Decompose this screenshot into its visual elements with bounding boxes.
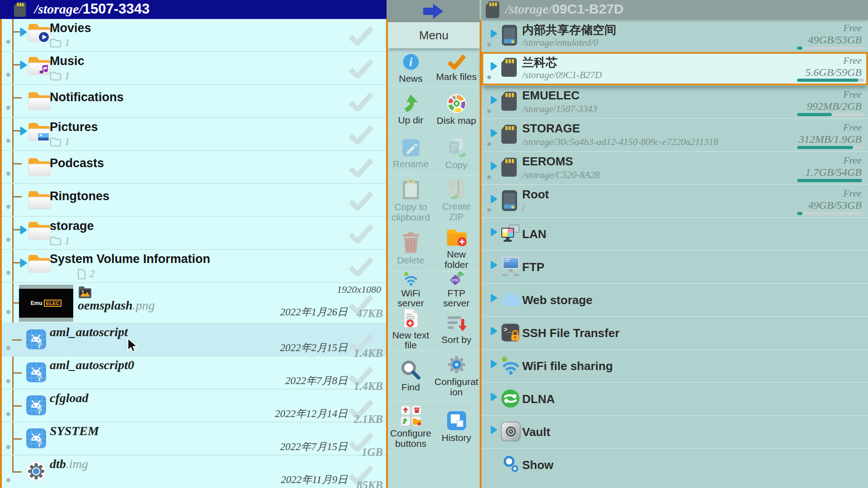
- checkmark-icon[interactable]: [348, 125, 374, 144]
- thumb-logo-badge: ELEC: [44, 300, 61, 307]
- tree-branch: [12, 405, 22, 407]
- file-row-aml-autoscript[interactable]: aml_autoscript 2022年2月15日 1.4KB: [0, 324, 387, 357]
- tree-dot: [6, 445, 10, 449]
- file-row-dtb[interactable]: dtb.img 2022年11月9日 85KB: [0, 455, 387, 488]
- checkmark-icon[interactable]: [348, 191, 374, 210]
- free-size: 49GB/53GB: [808, 199, 862, 211]
- storage-row-eeroms[interactable]: EEROMS /storage/C520-8A28 Free 1.7GB/54G…: [481, 151, 868, 184]
- tree-dot: [487, 109, 491, 113]
- folder-row-podcasts[interactable]: Podcasts: [0, 151, 387, 184]
- folder-row-storage[interactable]: storage 1: [0, 217, 387, 250]
- entry-row-wifi-file-sharing[interactable]: WiFi file sharing: [481, 349, 868, 382]
- checkmark-icon[interactable]: [348, 92, 374, 111]
- expand-arrow-icon[interactable]: [491, 393, 497, 401]
- pane-switch-bar[interactable]: [387, 0, 480, 22]
- right-pane-path-bar[interactable]: /storage/09C1-B27D: [481, 0, 868, 19]
- menu-item-news[interactable]: News: [388, 51, 434, 86]
- storage-name: STORAGE: [522, 122, 580, 136]
- up-dir-arrow-icon: [402, 94, 420, 113]
- expand-arrow-icon[interactable]: [491, 195, 497, 203]
- folder-row-pictures[interactable]: Pictures 1: [0, 118, 387, 151]
- right-path-name: 09C1-B27D: [552, 1, 623, 16]
- file-row-system[interactable]: SYSTEM 2022年7月15日 1GB: [0, 422, 387, 455]
- image-resolution: 868x488: [337, 284, 381, 296]
- menu-item-new-folder[interactable]: New folder: [434, 226, 479, 272]
- menu-item-history[interactable]: History: [434, 402, 479, 452]
- menu-item-copy-to-clipboard[interactable]: Copy to clipboard: [388, 175, 434, 226]
- folder-icon: [27, 220, 51, 241]
- menu-item-create-zip[interactable]: Create ZIP: [434, 175, 479, 226]
- entry-name: WiFi file sharing: [522, 359, 613, 373]
- folder-row-movies[interactable]: Movies 1: [0, 19, 387, 52]
- menu-item-new-text-file[interactable]: New text file: [388, 309, 434, 351]
- entry-row-ftp[interactable]: FTP: [481, 250, 868, 283]
- storage-row-lankexin-selected[interactable]: 兰科芯 /storage/09C1-B27D Free 5.6GB/59GB: [481, 52, 868, 85]
- menu-item-up-dir[interactable]: Up dir: [388, 86, 434, 133]
- storage-row-emuelec[interactable]: EMUELEC /storage/1507-3343 Free 992MB/2G…: [481, 85, 868, 118]
- folder-row-notifications[interactable]: Notifications: [0, 85, 387, 118]
- expand-arrow-icon[interactable]: [491, 261, 497, 269]
- menu-item-configure-buttons[interactable]: Configure buttons: [388, 402, 434, 452]
- mark-files-check-icon: [447, 54, 466, 70]
- right-pane: /storage/09C1-B27D 内部共享存储空间 /storage/emu…: [481, 0, 868, 488]
- expand-arrow-icon[interactable]: [20, 258, 27, 267]
- storage-path: /: [522, 202, 525, 214]
- mini-folder-icon: [50, 71, 61, 80]
- entry-row-lan[interactable]: LAN: [481, 217, 868, 250]
- expand-arrow-icon[interactable]: [491, 228, 497, 236]
- expand-arrow-icon[interactable]: [491, 294, 497, 302]
- folder-row-music[interactable]: Music 1: [0, 52, 387, 85]
- entry-name: SSH File Transfer: [522, 326, 619, 340]
- file-row-oemsplash[interactable]: EmuELEC oemsplash.png 868x488 2022年1月2…: [0, 283, 387, 324]
- entry-row-show[interactable]: Show: [481, 448, 868, 481]
- tree-dot: [487, 175, 491, 179]
- folder-row-system-volume-information[interactable]: System Volume Information 2: [0, 250, 387, 283]
- storage-row-internal-shared[interactable]: 内部共享存储空间 /storage/emulated/0 Free 49GB/5…: [481, 19, 868, 52]
- menu-item-sort-by[interactable]: Sort by: [434, 309, 479, 351]
- expand-arrow-icon[interactable]: [491, 162, 497, 170]
- entry-name: Vault: [522, 425, 550, 439]
- expand-arrow-icon[interactable]: [20, 28, 27, 37]
- checkmark-icon[interactable]: [348, 257, 374, 276]
- menu-item-ftp-server[interactable]: FTP server: [434, 272, 479, 309]
- storage-row-root[interactable]: Root / Free 49GB/53GB: [481, 184, 868, 217]
- menu-item-copy[interactable]: Copy: [434, 133, 479, 175]
- entry-row-ssh-file-transfer[interactable]: SSH File Transfer: [481, 316, 868, 349]
- folder-row-ringtones[interactable]: Ringtones: [0, 184, 387, 217]
- storage-row-storage[interactable]: STORAGE /storage/30c5a4b3-ad12-4150-809c…: [481, 118, 868, 151]
- expand-arrow-icon[interactable]: [491, 29, 497, 38]
- menu-item-find[interactable]: Find: [388, 351, 434, 402]
- tree-dot: [6, 271, 10, 275]
- entry-row-web-storage[interactable]: Web storage: [481, 283, 868, 316]
- file-row-cfgload[interactable]: cfgload 2022年12月14日 2.1KB: [0, 389, 387, 422]
- menu-item-disk-map[interactable]: Disk map: [434, 86, 479, 133]
- phone-storage-icon: [501, 190, 518, 211]
- file-row-aml-autoscript0[interactable]: aml_autoscript0 2022年7月8日 1.4KB: [0, 357, 387, 389]
- menu-item-rename[interactable]: Rename: [388, 133, 434, 175]
- expand-arrow-icon[interactable]: [20, 127, 27, 136]
- sort-by-icon: [447, 314, 467, 333]
- menu-item-mark-files[interactable]: Mark files: [434, 51, 479, 86]
- expand-arrow-icon[interactable]: [491, 62, 497, 70]
- expand-arrow-icon[interactable]: [491, 426, 497, 434]
- expand-arrow-icon[interactable]: [491, 129, 497, 137]
- menu-item-wifi-server[interactable]: WiFi server: [388, 272, 434, 309]
- checkmark-icon[interactable]: [348, 26, 374, 45]
- left-pane-path-bar[interactable]: /storage/1507-3343: [0, 0, 387, 19]
- expand-arrow-icon[interactable]: [20, 61, 27, 70]
- menu-item-delete[interactable]: Delete: [388, 226, 434, 272]
- expand-arrow-icon[interactable]: [20, 225, 27, 235]
- entry-row-vault[interactable]: Vault: [481, 415, 868, 448]
- file-name: dtb.img: [50, 457, 88, 471]
- entry-row-dlna[interactable]: DLNA: [481, 382, 868, 415]
- menu-item-configuration[interactable]: Configuration: [434, 351, 479, 402]
- file-name: oemsplash.png: [78, 298, 155, 313]
- expand-arrow-icon[interactable]: [491, 96, 497, 104]
- expand-arrow-icon[interactable]: [491, 327, 497, 335]
- checkmark-icon[interactable]: [348, 224, 374, 243]
- checkmark-icon[interactable]: [348, 59, 374, 78]
- expand-arrow-icon[interactable]: [491, 360, 497, 368]
- checkmark-icon[interactable]: [348, 158, 374, 177]
- file-name: aml_autoscript0: [50, 358, 134, 372]
- mini-folder-icon: [50, 236, 61, 245]
